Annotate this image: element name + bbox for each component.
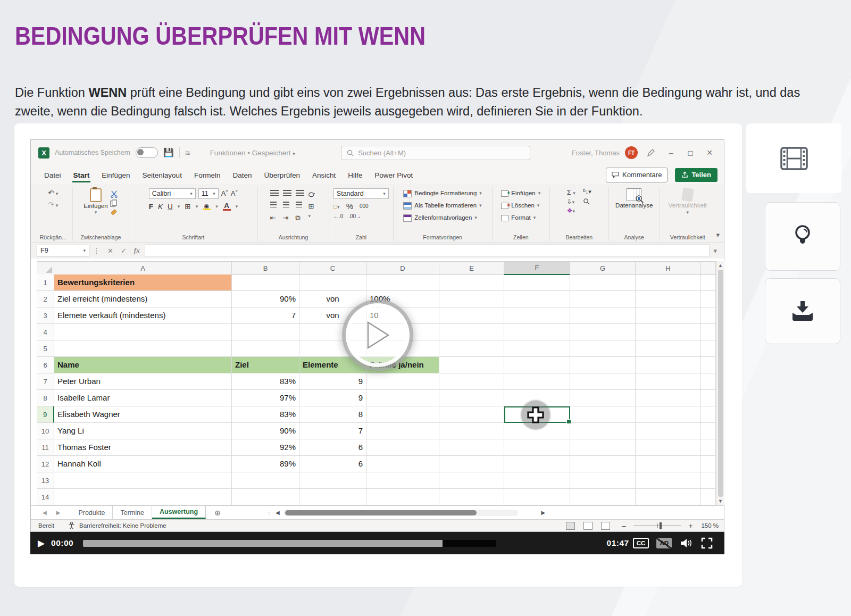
cell[interactable] <box>636 489 701 505</box>
column-header-d[interactable]: D <box>366 262 439 275</box>
cell[interactable] <box>232 340 299 357</box>
cell[interactable] <box>366 439 439 456</box>
clear-icon[interactable]: ❖▾ <box>567 207 575 214</box>
fullscreen-button[interactable] <box>701 537 713 549</box>
minimize-button[interactable]: – <box>664 148 678 157</box>
bold-button[interactable]: F <box>149 203 153 211</box>
cell[interactable] <box>439 456 504 472</box>
video-play-overlay-button[interactable] <box>342 299 413 371</box>
tab-datei[interactable]: Datei <box>43 167 62 182</box>
data-analysis-button[interactable]: Datenanalyse <box>615 188 653 209</box>
cell[interactable] <box>232 274 299 291</box>
cell[interactable] <box>439 406 504 423</box>
cell[interactable] <box>366 489 439 505</box>
redo-button[interactable]: ↷ ▾ <box>48 200 58 210</box>
row-header[interactable]: 13 <box>37 472 54 489</box>
view-page-break-icon[interactable] <box>601 522 610 530</box>
cell[interactable] <box>504 357 570 373</box>
column-header-c[interactable]: C <box>299 262 366 275</box>
cell[interactable] <box>366 373 439 390</box>
cell[interactable] <box>636 340 701 357</box>
tab-hilfe[interactable]: Hilfe <box>347 167 363 182</box>
cell[interactable] <box>299 274 366 291</box>
row-header[interactable]: 7 <box>37 373 54 390</box>
cell[interactable] <box>636 406 701 423</box>
cell[interactable]: 6 <box>299 456 366 472</box>
row-header[interactable]: 9 <box>37 406 54 423</box>
share-button[interactable]: Teilen <box>675 168 717 182</box>
decrease-indent-icon[interactable]: ⇤ <box>270 213 279 222</box>
cell[interactable]: Yang Li <box>54 423 232 439</box>
cell[interactable] <box>54 340 232 357</box>
row-header[interactable]: 4 <box>37 324 54 340</box>
decrease-font-icon[interactable]: Aˇ <box>231 190 238 197</box>
cell[interactable] <box>439 439 504 456</box>
cell[interactable]: 7 <box>232 307 299 324</box>
format-as-table-button[interactable]: Als Tabelle formatieren▾ <box>403 201 481 211</box>
status-accessibility[interactable]: Barrierefreiheit: Keine Probleme <box>79 522 166 529</box>
tab-ansicht[interactable]: Ansicht <box>311 167 337 182</box>
insert-function-icon[interactable]: fx <box>130 246 144 255</box>
cell[interactable] <box>366 390 439 406</box>
cell[interactable] <box>439 340 504 357</box>
cell[interactable]: 90% <box>232 423 299 439</box>
cell[interactable] <box>504 274 570 291</box>
cell[interactable]: Thomas Foster <box>54 439 232 456</box>
cell[interactable] <box>570 423 636 439</box>
cell[interactable] <box>366 274 439 291</box>
scroll-down-icon[interactable]: ▼ <box>718 498 723 504</box>
cell[interactable] <box>439 423 504 439</box>
cell[interactable]: Ziel <box>232 357 299 373</box>
zoom-slider-thumb[interactable] <box>660 522 662 529</box>
cell[interactable]: 9 <box>299 373 366 390</box>
tab-daten[interactable]: Daten <box>231 167 253 182</box>
cell[interactable] <box>570 291 636 307</box>
scroll-up-icon[interactable]: ▲ <box>718 263 723 268</box>
captions-button[interactable]: CC <box>633 538 649 548</box>
row-header[interactable]: 11 <box>37 439 54 456</box>
tab-formeln[interactable]: Formeln <box>193 167 222 182</box>
cell[interactable] <box>232 472 299 489</box>
sheet-tab-auswertung[interactable]: Auswertung <box>152 506 206 519</box>
cell[interactable] <box>570 324 636 340</box>
cell[interactable] <box>636 307 701 324</box>
volume-button[interactable] <box>680 538 693 548</box>
font-size-select[interactable]: 11▾ <box>198 188 219 199</box>
cell[interactable]: 7 <box>299 423 366 439</box>
borders-button[interactable]: ⊞ <box>185 202 190 211</box>
cancel-entry-icon[interactable]: ✕ <box>104 247 117 255</box>
merge-center-icon[interactable]: ⧉ <box>296 213 304 222</box>
scrollbar-thumb[interactable] <box>718 270 723 497</box>
cell[interactable] <box>504 340 570 357</box>
hscroll-left-icon[interactable]: ◀ <box>276 510 280 515</box>
cell[interactable] <box>439 373 504 390</box>
tab-ueberpruefen[interactable]: Überprüfen <box>263 167 301 182</box>
sheet-tab-termine[interactable]: Termine <box>113 506 152 519</box>
cell[interactable] <box>54 472 232 489</box>
tab-einfuegen[interactable]: Einfügen <box>101 167 131 182</box>
fill-icon[interactable]: ⇩▾ <box>567 198 575 205</box>
cell[interactable] <box>570 472 636 489</box>
column-header-h[interactable]: H <box>636 262 701 275</box>
autosave-toggle[interactable] <box>136 147 158 158</box>
find-select-icon[interactable] <box>583 198 590 205</box>
row-header[interactable]: 10 <box>37 423 54 439</box>
cell[interactable]: 83% <box>232 406 299 423</box>
zoom-out-icon[interactable]: – <box>622 521 626 530</box>
cell[interactable] <box>504 472 570 489</box>
decrease-decimal-icon[interactable]: .00→ <box>348 213 361 219</box>
select-all-corner[interactable] <box>37 262 54 275</box>
cell[interactable] <box>299 472 366 489</box>
cell[interactable] <box>570 489 636 505</box>
cell[interactable] <box>439 307 504 324</box>
cell[interactable] <box>439 390 504 406</box>
hscroll-track[interactable] <box>284 510 518 516</box>
cell[interactable]: 6 <box>299 439 366 456</box>
hscroll-thumb[interactable] <box>285 510 477 515</box>
cell[interactable]: Elemete verkauft (mindestens) <box>54 307 232 324</box>
cell[interactable] <box>504 307 570 324</box>
formula-input[interactable] <box>145 244 710 257</box>
row-header[interactable]: 3 <box>37 307 54 324</box>
cell[interactable] <box>439 472 504 489</box>
sheet-tab-produkte[interactable]: Produkte <box>71 506 113 519</box>
